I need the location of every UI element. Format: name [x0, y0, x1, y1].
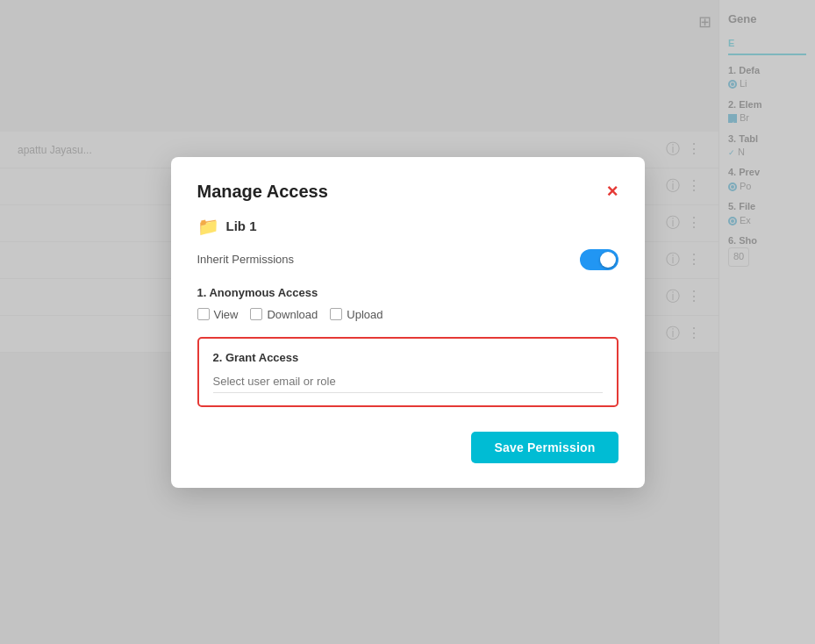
upload-checkbox-group: Upload — [330, 308, 382, 321]
anonymous-access-options: View Download Upload — [197, 308, 618, 321]
toggle-thumb — [600, 252, 616, 268]
library-name: Lib 1 — [226, 218, 257, 233]
upload-label: Upload — [347, 308, 382, 321]
grant-access-section: 2. Grant Access — [197, 337, 618, 407]
modal-header: Manage Access × — [197, 182, 618, 202]
inherit-permissions-toggle[interactable] — [580, 249, 618, 270]
view-label: View — [214, 308, 239, 321]
modal-footer: Save Permission — [197, 432, 618, 463]
grant-access-title: 2. Grant Access — [213, 351, 603, 364]
manage-access-modal: Manage Access × 📁 Lib 1 Inherit Permissi… — [171, 157, 645, 488]
download-checkbox[interactable] — [250, 308, 262, 320]
view-checkbox[interactable] — [197, 308, 210, 320]
download-label: Download — [267, 308, 318, 321]
download-checkbox-group: Download — [250, 308, 318, 321]
close-button[interactable]: × — [607, 182, 618, 201]
library-row: 📁 Lib 1 — [197, 216, 618, 237]
grant-access-input[interactable] — [213, 375, 603, 388]
modal-title: Manage Access — [197, 182, 328, 202]
folder-icon: 📁 — [197, 216, 219, 237]
anonymous-access-section: 1. Anonymous Access View Download Upload — [197, 286, 618, 321]
toggle-track — [580, 249, 618, 270]
modal-backdrop: Manage Access × 📁 Lib 1 Inherit Permissi… — [0, 0, 815, 644]
inherit-permissions-row: Inherit Permissions — [197, 249, 618, 270]
upload-checkbox[interactable] — [330, 308, 342, 320]
inherit-permissions-label: Inherit Permissions — [197, 253, 295, 266]
save-permission-button[interactable]: Save Permission — [471, 432, 618, 463]
grant-access-input-wrap — [213, 373, 603, 393]
anonymous-access-title: 1. Anonymous Access — [197, 286, 618, 299]
view-checkbox-group: View — [197, 308, 239, 321]
